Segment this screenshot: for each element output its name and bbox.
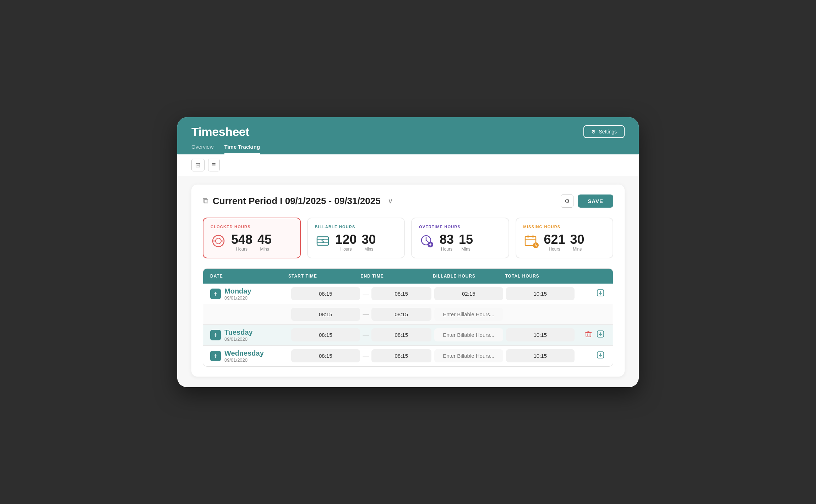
- billable-hours-input-wed[interactable]: [434, 349, 503, 362]
- row-actions-tue: [577, 329, 606, 341]
- download-button-wed[interactable]: [595, 350, 606, 362]
- clocked-mins-group: 45 Mins: [257, 233, 272, 252]
- clocked-hours-group: 548 Hours: [231, 233, 252, 252]
- tab-time-tracking[interactable]: Time Tracking: [224, 144, 260, 154]
- add-row-button-wednesday[interactable]: +: [210, 351, 221, 361]
- dash-separator: —: [363, 290, 369, 297]
- total-hours-input[interactable]: [506, 287, 575, 300]
- start-time-cell-wed: [291, 349, 360, 362]
- missing-mins-group: 30 Mins: [570, 233, 584, 252]
- start-time-input[interactable]: [291, 287, 360, 300]
- billable-hours-unit: Hours: [341, 247, 352, 252]
- svg-text:+: +: [429, 242, 431, 247]
- missing-hours-number: 621: [544, 233, 565, 246]
- download-button[interactable]: ?: [595, 287, 606, 300]
- end-time-cell-wed: —: [363, 349, 432, 362]
- day-date-tuesday: 09/01/2020: [224, 336, 253, 342]
- col-end-time: END TIME: [361, 274, 433, 279]
- start-time-input-2[interactable]: [291, 308, 360, 321]
- stat-card-clocked: CLOCKED HOURS: [203, 218, 301, 258]
- overtime-mins-group: 15 Mins: [459, 233, 473, 252]
- billable-hours-input[interactable]: [434, 287, 503, 300]
- overtime-hours-unit: Hours: [441, 247, 452, 252]
- billable-hours-input-tue[interactable]: [434, 328, 503, 341]
- period-title: Current Period I 09/1/2025 - 09/31/2025: [213, 196, 381, 207]
- start-time-input-tue[interactable]: [291, 328, 360, 341]
- missing-mins-number: 30: [570, 233, 584, 246]
- grid-view-button[interactable]: ⊞: [191, 159, 205, 171]
- total-cell-wed: [506, 349, 575, 362]
- table-header: DATE START TIME END TIME BILLABLE HOURS …: [203, 269, 613, 284]
- day-name-monday: Monday: [224, 287, 251, 295]
- billable-mins-group: 30 Mins: [362, 233, 376, 252]
- overtime-body: + 83 Hours 15 Mins: [419, 233, 501, 252]
- day-cell-monday: + Monday 09/01/2020: [210, 287, 288, 301]
- main-content: ⧉ Current Period I 09/1/2025 - 09/31/202…: [177, 176, 639, 387]
- stat-card-overtime: OVERTIME HOURS +: [411, 218, 509, 258]
- clocked-hours-label: CLOCKED HOURS: [211, 225, 293, 229]
- missing-values: 621 Hours 30 Mins: [544, 233, 584, 252]
- billable-body: $ 120 Hours 30 M: [315, 233, 397, 252]
- clocked-mins-number: 45: [257, 233, 272, 246]
- table-row: + Monday 09/01/2020 —: [203, 284, 613, 304]
- col-billable-hours: BILLABLE HOURS: [433, 274, 505, 279]
- overtime-icon: +: [419, 233, 435, 252]
- missing-hours-label: MISSING HOURS: [523, 225, 606, 229]
- start-time-cell: [291, 287, 360, 300]
- tab-overview[interactable]: Overview: [191, 144, 214, 154]
- clocked-body: 548 Hours 45 Mins: [211, 233, 293, 252]
- col-start-time: START TIME: [288, 274, 361, 279]
- header: Timesheet ⚙ Settings Overview Time Track…: [177, 117, 639, 154]
- delete-button-tue[interactable]: [583, 329, 594, 341]
- overtime-hours-label: OVERTIME HOURS: [419, 225, 501, 229]
- period-header: ⧉ Current Period I 09/1/2025 - 09/31/202…: [203, 195, 613, 208]
- end-time-input[interactable]: [371, 287, 432, 300]
- billable-hours-number: 120: [336, 233, 357, 246]
- list-view-button[interactable]: ≡: [208, 159, 220, 171]
- overtime-mins-unit: Mins: [461, 247, 470, 252]
- start-time-cell-2: [291, 308, 360, 321]
- row-group-monday: + Monday 09/01/2020 —: [203, 284, 613, 325]
- add-row-button-monday[interactable]: +: [210, 289, 221, 299]
- save-button[interactable]: SAVE: [578, 195, 613, 208]
- end-time-input-tue[interactable]: [371, 328, 432, 341]
- table-row: + Tuesday 09/01/2020 —: [203, 325, 613, 345]
- end-time-cell-2: —: [363, 308, 432, 321]
- dash-separator-2: —: [363, 311, 369, 318]
- billable-hours-input-2[interactable]: [434, 308, 503, 321]
- clocked-hours-number: 548: [231, 233, 252, 246]
- app-title: Timesheet: [191, 125, 249, 139]
- end-time-input-wed[interactable]: [371, 349, 432, 362]
- settings-button[interactable]: ⚙ Settings: [583, 125, 625, 138]
- overtime-mins-number: 15: [459, 233, 473, 246]
- col-total-hours: TOTAL HOURS: [505, 274, 578, 279]
- total-hours-input-tue[interactable]: [506, 328, 575, 341]
- grid-icon: ⊞: [195, 161, 201, 169]
- period-settings-button[interactable]: ⚙: [561, 195, 573, 208]
- svg-rect-25: [586, 333, 591, 337]
- chevron-down-icon[interactable]: ∨: [388, 197, 393, 205]
- header-top: Timesheet ⚙ Settings: [191, 125, 625, 139]
- col-date: DATE: [210, 274, 288, 279]
- day-cell-tuesday: + Tuesday 09/01/2020: [210, 328, 288, 342]
- total-hours-input-wed[interactable]: [506, 349, 575, 362]
- missing-body: 621 Hours 30 Mins: [523, 233, 606, 252]
- end-time-input-2[interactable]: [371, 308, 432, 321]
- end-time-cell: —: [363, 287, 432, 300]
- billable-cell-wed: [434, 349, 503, 362]
- add-row-button-tuesday[interactable]: +: [210, 330, 221, 340]
- day-cell-wednesday: + Wednesday 09/01/2020: [210, 349, 288, 363]
- start-time-input-wed[interactable]: [291, 349, 360, 362]
- clocked-hours-unit: Hours: [236, 247, 247, 252]
- billable-cell-tue: [434, 328, 503, 341]
- app-frame: Timesheet ⚙ Settings Overview Time Track…: [177, 117, 639, 387]
- row-group-tuesday: + Tuesday 09/01/2020 —: [203, 325, 613, 346]
- billable-cell: [434, 287, 503, 300]
- overtime-hours-number: 83: [440, 233, 454, 246]
- day-name-wednesday: Wednesday: [224, 349, 264, 357]
- clocked-values: 548 Hours 45 Mins: [231, 233, 272, 252]
- svg-text:?: ?: [600, 294, 601, 296]
- end-time-cell-tue: —: [363, 328, 432, 341]
- download-button-tue[interactable]: [595, 329, 606, 341]
- billable-mins-unit: Mins: [364, 247, 373, 252]
